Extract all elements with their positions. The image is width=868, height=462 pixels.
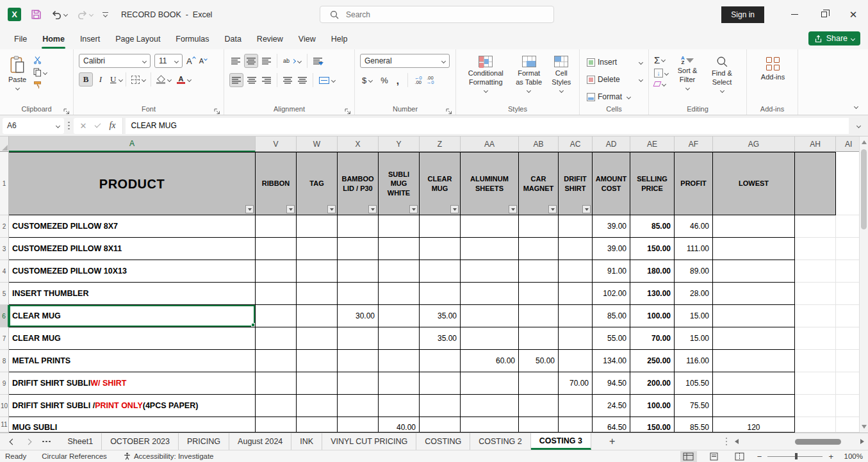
collapse-ribbon-button[interactable] (854, 104, 858, 109)
page-break-view-button[interactable] (732, 451, 748, 462)
cell-AG3[interactable] (713, 238, 795, 260)
sheet-tab-costing[interactable]: COSTING (416, 433, 470, 450)
redo-button[interactable] (77, 10, 93, 19)
cell-AF9[interactable]: 105.50 (675, 372, 713, 395)
cell-Y4[interactable] (379, 260, 420, 283)
cell-W11[interactable] (297, 417, 338, 433)
cell-AB6[interactable] (519, 305, 559, 327)
cell-V3[interactable] (256, 238, 297, 260)
column-header-AG[interactable]: AG (713, 136, 795, 152)
borders-button[interactable] (129, 72, 147, 87)
cell-AE10[interactable]: 100.00 (630, 395, 675, 417)
cell-V10[interactable] (256, 395, 297, 417)
sheet-tab-costing-3[interactable]: COSTING 3 (531, 433, 591, 450)
orientation-button[interactable]: ab (281, 54, 303, 68)
cell-AB10[interactable] (519, 395, 559, 417)
conditional-formatting-button[interactable]: Conditional Formatting (461, 54, 511, 94)
cell-AC2[interactable] (559, 215, 593, 238)
format-cells-button[interactable]: Format (585, 90, 644, 104)
cell-X4[interactable] (338, 260, 379, 283)
cell-AE3[interactable]: 150.00 (630, 238, 675, 260)
font-size-select[interactable]: 11 (154, 54, 183, 68)
format-painter-button[interactable] (33, 81, 47, 89)
zoom-in-button[interactable]: + (828, 452, 833, 461)
header-cell-AE1[interactable]: SELLING PRICE (630, 152, 675, 215)
filter-button-Z[interactable] (450, 205, 459, 213)
scroll-left-icon[interactable] (735, 439, 739, 444)
cell-Z7[interactable]: 35.00 (420, 327, 461, 350)
filter-button-A[interactable] (245, 205, 254, 213)
redo-dropdown-icon[interactable] (89, 12, 94, 17)
sheet-tab-sheet1[interactable]: Sheet1 (60, 433, 102, 450)
sheet-tab-october-2023[interactable]: OCTOBER 2023 (102, 433, 179, 450)
row-header-11[interactable]: 11 (0, 417, 9, 433)
cell-A9[interactable]: DRIFIT SHIRT SUBLI W/ SHIRT (9, 372, 256, 395)
all-sheets-icon[interactable] (42, 441, 51, 443)
cell-AA9[interactable] (461, 372, 519, 395)
share-button[interactable]: Share (808, 31, 860, 45)
fill-button[interactable]: ↓ (654, 69, 668, 78)
cell-AG6[interactable] (713, 305, 795, 327)
cell-X9[interactable] (338, 372, 379, 395)
cell-A4[interactable]: CUSTOMEZED PILLOW 10X13 (9, 260, 256, 283)
cell-V7[interactable] (256, 327, 297, 350)
cell-AB4[interactable] (519, 260, 559, 283)
cell-AH5[interactable] (795, 283, 836, 305)
menu-tab-file[interactable]: File (6, 29, 35, 49)
addins-button[interactable]: Add-ins (752, 54, 794, 84)
sort-filter-button[interactable]: AZ Sort & Filter (672, 54, 703, 94)
autosum-button[interactable]: Σ (654, 55, 668, 65)
cell-AD5[interactable]: 102.00 (593, 283, 630, 305)
cell-AC9[interactable]: 70.00 (559, 372, 593, 395)
excel-app-icon[interactable]: X (8, 8, 21, 21)
cell-AH10[interactable] (795, 395, 836, 417)
cancel-entry-button[interactable]: ✕ (80, 122, 87, 130)
zoom-slider-thumb[interactable] (795, 453, 798, 459)
cell-AG10[interactable] (713, 395, 795, 417)
column-header-Y[interactable]: Y (379, 136, 420, 152)
increase-indent-button[interactable] (296, 73, 309, 87)
cell-X3[interactable] (338, 238, 379, 260)
filter-button-X[interactable] (368, 205, 377, 213)
cell-AH11[interactable] (795, 417, 836, 433)
cell-AG2[interactable] (713, 215, 795, 238)
center-button[interactable] (245, 73, 258, 87)
cell-AH6[interactable] (795, 305, 836, 327)
column-header-AE[interactable]: AE (630, 136, 675, 152)
header-cell-A1[interactable]: PRODUCT (9, 152, 256, 215)
cell-AA2[interactable] (461, 215, 519, 238)
cell-Y11[interactable]: 40.00 (379, 417, 420, 433)
header-cell-AH1[interactable] (795, 152, 836, 215)
cell-Z4[interactable] (420, 260, 461, 283)
bold-button[interactable]: B (79, 72, 93, 87)
cell-V6[interactable] (256, 305, 297, 327)
cell-Z11[interactable] (420, 417, 461, 433)
top-align-button[interactable] (229, 54, 242, 68)
menu-tab-home[interactable]: Home (35, 29, 72, 49)
cell-X11[interactable] (338, 417, 379, 433)
cell-Y8[interactable] (379, 350, 420, 372)
sheet-tab-august-2024[interactable]: August 2024 (229, 433, 291, 450)
font-name-select[interactable]: Calibri (79, 54, 151, 68)
cell-AB5[interactable] (519, 283, 559, 305)
cell-AC4[interactable] (559, 260, 593, 283)
decrease-indent-button[interactable] (281, 73, 294, 87)
save-button[interactable] (31, 9, 42, 20)
cell-Z9[interactable] (420, 372, 461, 395)
cell-AE4[interactable]: 180.00 (630, 260, 675, 283)
vertical-scrollbar[interactable] (859, 136, 868, 433)
header-cell-AF1[interactable]: PROFIT (675, 152, 713, 215)
cell-V8[interactable] (256, 350, 297, 372)
undo-dropdown-icon[interactable] (63, 12, 68, 17)
filter-button-AB[interactable] (548, 205, 557, 213)
cell-A6[interactable]: CLEAR MUG (9, 305, 256, 327)
column-header-Z[interactable]: Z (420, 136, 461, 152)
tab-options-icon[interactable] (725, 438, 729, 446)
cell-AD3[interactable]: 39.00 (593, 238, 630, 260)
clipboard-dialog-launcher[interactable] (63, 106, 70, 112)
cell-X5[interactable] (338, 283, 379, 305)
cell-Y5[interactable] (379, 283, 420, 305)
align-right-button[interactable] (260, 73, 273, 87)
column-header-A[interactable]: A (9, 136, 256, 152)
cell-AC7[interactable] (559, 327, 593, 350)
